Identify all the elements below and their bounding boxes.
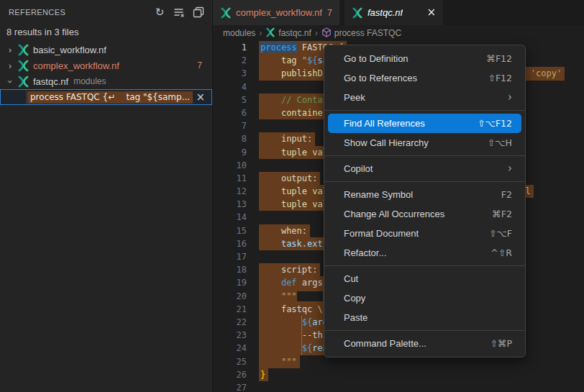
clear-results-icon[interactable] xyxy=(173,6,186,19)
collapse-all-icon[interactable] xyxy=(192,6,205,19)
menu-item-label: Command Palette... xyxy=(344,338,490,349)
line-number: 13 xyxy=(213,198,247,211)
sidebar-file-row[interactable]: ›complex_workflow.nf7 xyxy=(0,58,212,73)
line-number: 26 xyxy=(213,368,247,381)
menu-item-label: Refactor... xyxy=(344,247,491,258)
code-text: script: xyxy=(259,263,320,276)
chevron-expanded-icon[interactable]: › xyxy=(5,76,16,87)
menu-item-label: Copilot xyxy=(344,163,508,174)
chevron-collapsed-icon[interactable]: › xyxy=(4,45,16,55)
menu-item-go-to-references[interactable]: Go to References⇧F12 xyxy=(324,68,525,88)
breadcrumb-separator-icon: › xyxy=(315,28,318,38)
editor-group: complex_workflow.nf7fastqc.nf× modules›f… xyxy=(213,0,584,392)
menu-item-label: Peek xyxy=(344,92,508,103)
line-number: 22 xyxy=(213,316,247,329)
breadcrumb-label: process FASTQC xyxy=(334,28,401,38)
line-number: 6 xyxy=(213,106,247,119)
nextflow-file-icon xyxy=(220,7,236,19)
menu-item-label: Paste xyxy=(344,312,512,323)
tab-complex_workflow-nf[interactable]: complex_workflow.nf7 xyxy=(213,0,339,25)
menu-item-label: Change All Occurrences xyxy=(344,209,492,219)
menu-item-copy[interactable]: Copy xyxy=(324,288,525,308)
reference-result-item[interactable]: process FASTQC {↵ tag "${samp...× xyxy=(0,89,212,105)
results-summary: 8 results in 3 files xyxy=(0,24,212,42)
breadcrumb-item[interactable]: process FASTQC xyxy=(321,27,401,40)
refresh-icon[interactable]: ↻ xyxy=(153,6,166,19)
submenu-chevron-icon: › xyxy=(508,92,512,103)
menu-item-command-palette[interactable]: Command Palette...⇧⌘P xyxy=(324,334,525,353)
line-number: 15 xyxy=(213,224,247,237)
menu-item-rename-symbol[interactable]: Rename SymbolF2 xyxy=(324,185,525,204)
tree-indent-guide xyxy=(26,90,27,104)
line-number: 18 xyxy=(213,263,247,276)
line-number: 21 xyxy=(213,303,247,316)
line-number: 24 xyxy=(213,342,247,355)
indent-guide xyxy=(301,342,302,355)
line-number: 16 xyxy=(213,237,247,250)
breadcrumb-label: fastqc.nf xyxy=(278,28,311,38)
file-description: modules xyxy=(73,76,106,86)
vscode-window: REFERENCES ↻ 8 results in 3 files ›basic… xyxy=(0,0,584,392)
tab-dirty-count: 7 xyxy=(327,8,332,18)
line-number: 10 xyxy=(213,159,247,172)
result-count-badge: 7 xyxy=(197,60,202,70)
line-number: 17 xyxy=(213,250,247,263)
line-number: 27 xyxy=(213,381,247,392)
line-number: 25 xyxy=(213,355,247,368)
line-number: 23 xyxy=(213,329,247,342)
menu-item-label: Rename Symbol xyxy=(344,189,501,200)
chevron-collapsed-icon[interactable]: › xyxy=(4,60,16,71)
sidebar-file-row[interactable]: ›basic_workflow.nf xyxy=(0,42,212,58)
code-line: 27 xyxy=(213,381,584,392)
results-tree: ›basic_workflow.nf›complex_workflow.nf7›… xyxy=(0,42,212,105)
menu-item-cut[interactable]: Cut xyxy=(324,269,525,288)
line-number: 12 xyxy=(213,185,247,198)
close-icon[interactable]: × xyxy=(196,90,205,104)
menu-separator xyxy=(324,110,525,111)
menu-item-go-to-definition[interactable]: Go to Definition⌘F12 xyxy=(324,49,525,68)
menu-item-refactor[interactable]: Refactor...^⇧R xyxy=(324,243,525,263)
reference-result-text: process FASTQC {↵ tag "${samp... xyxy=(27,91,193,104)
submenu-chevron-icon: › xyxy=(508,163,512,174)
menu-item-label: Go to References xyxy=(344,73,488,83)
line-number: 20 xyxy=(213,290,247,303)
indent-guide xyxy=(301,316,302,329)
menu-item-label: Go to Definition xyxy=(344,53,486,64)
menu-item-copilot[interactable]: Copilot› xyxy=(324,159,525,178)
menu-item-change-all-occurrences[interactable]: Change All Occurrences⌘F2 xyxy=(324,204,525,224)
menu-item-find-all-references[interactable]: Find All References⇧⌥F12 xyxy=(328,114,521,133)
menu-item-shortcut: ⌘F12 xyxy=(486,53,512,64)
code-line: 26} xyxy=(213,368,584,381)
breadcrumb-item[interactable]: modules xyxy=(223,28,255,38)
code-text: when: xyxy=(259,224,310,237)
menu-item-label: Format Document xyxy=(344,228,489,239)
menu-item-label: Copy xyxy=(344,293,512,304)
file-name: basic_workflow.nf xyxy=(33,45,106,55)
sidebar-file-row[interactable]: ›fastqc.nfmodules xyxy=(0,73,212,89)
menu-item-label: Find All References xyxy=(344,118,478,129)
context-menu: Go to Definition⌘F12Go to References⇧F12… xyxy=(324,45,526,357)
menu-item-paste[interactable]: Paste xyxy=(324,308,525,327)
menu-item-shortcut: ⌘F2 xyxy=(492,209,512,219)
close-icon[interactable]: × xyxy=(426,7,436,18)
breadcrumb-label: modules xyxy=(223,28,255,38)
breadcrumb-item[interactable]: fastqc.nf xyxy=(265,27,311,40)
line-number: 7 xyxy=(213,119,247,132)
menu-item-show-call-hierarchy[interactable]: Show Call Hierarchy⇧⌥H xyxy=(324,133,525,152)
line-number: 8 xyxy=(213,132,247,145)
references-panel: REFERENCES ↻ 8 results in 3 files ›basic… xyxy=(0,0,213,392)
menu-separator xyxy=(324,330,525,331)
tab-fastqc-nf[interactable]: fastqc.nf× xyxy=(345,0,443,25)
nextflow-file-icon xyxy=(16,76,30,88)
line-number: 14 xyxy=(213,211,247,224)
code-text: input: xyxy=(259,132,315,145)
line-number: 4 xyxy=(213,81,247,94)
nextflow-file-icon xyxy=(16,44,30,56)
menu-item-peek[interactable]: Peek› xyxy=(324,88,525,107)
code-text: output: xyxy=(259,172,320,185)
tab-label: complex_workflow.nf xyxy=(236,7,322,18)
menu-item-format-document[interactable]: Format Document⇧⌥F xyxy=(324,224,525,243)
line-number: 3 xyxy=(213,67,247,80)
menu-item-shortcut: ⇧⌘P xyxy=(490,338,512,349)
breadcrumb-separator-icon: › xyxy=(259,28,262,38)
